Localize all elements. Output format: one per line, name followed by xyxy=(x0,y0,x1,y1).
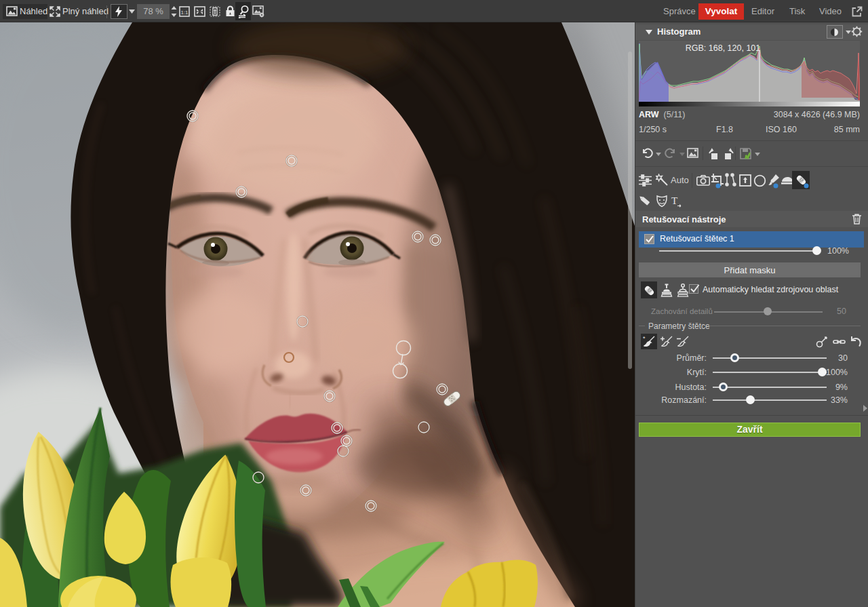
svg-text:*: * xyxy=(643,335,646,342)
svg-text:1:1: 1:1 xyxy=(180,9,189,16)
svg-text:T: T xyxy=(671,195,677,206)
